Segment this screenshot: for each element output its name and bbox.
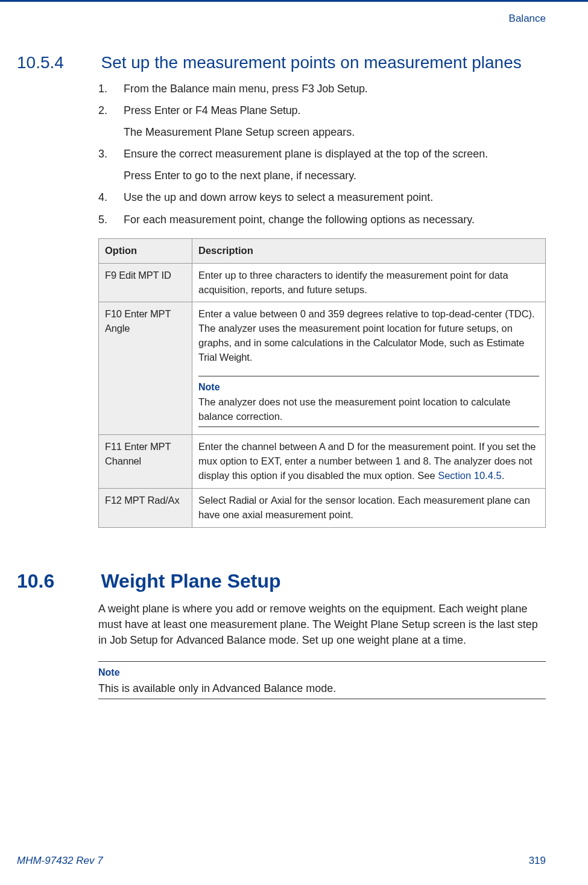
section-title: Weight Plane Setup [101, 570, 280, 592]
note: Note The analyzer does not use the measu… [198, 376, 539, 427]
step-text: Ensure the correct measurement plane is … [124, 148, 488, 160]
table-row: F9 Edit MPT ID Enter up to three charact… [99, 263, 546, 302]
option-desc: Enter the channel between A and D for th… [192, 435, 546, 489]
desc-text: Select [198, 495, 229, 506]
cross-reference-link[interactable]: Section 10.4.5 [438, 470, 502, 481]
step-result: The Measurement Plane Setup screen appea… [124, 124, 546, 140]
section-number: 10.6 [17, 570, 98, 592]
table-row: F10 Enter MPT Angle Enter a value betwee… [99, 302, 546, 435]
option-desc: Enter a value between 0 and 359 degrees … [192, 302, 546, 435]
ui-key: F4 Meas Plane Setup [195, 104, 297, 116]
section-number: 10.5.4 [17, 53, 98, 72]
section-title: Set up the measurement points on measure… [101, 53, 521, 72]
step-text: Press [124, 170, 154, 182]
option-name: F11 Enter MPT Channel [99, 435, 192, 489]
section-heading-10-5-4: 10.5.4 Set up the measurement points on … [17, 53, 546, 72]
ui-key: Enter [154, 104, 180, 116]
ui-term: Radial [229, 495, 256, 506]
option-name: F12 MPT Rad/Ax [99, 488, 192, 527]
step-text: For each measurement point, change the f… [124, 214, 475, 226]
note-rule [98, 699, 546, 699]
step-2: Press Enter or F4 Meas Plane Setup. The … [98, 103, 546, 140]
note-rule [98, 661, 546, 662]
option-name: F10 Enter MPT Angle [99, 302, 192, 435]
step-text: or [180, 104, 195, 116]
procedure-steps: From the Balance main menu, press F3 Job… [98, 81, 546, 227]
footer-doc-id: MHM-97432 Rev 7 [17, 855, 103, 867]
option-desc: Enter up to three characters to identify… [192, 263, 546, 302]
note-text: The analyzer does not use the measuremen… [198, 395, 539, 424]
ui-term: Advanced [176, 634, 223, 646]
step-text: . [297, 104, 300, 116]
section-body: A weight plane is where you add or remov… [98, 601, 546, 700]
ui-term: Calculator Mode [373, 337, 444, 348]
table-row: F11 Enter MPT Channel Enter the channel … [99, 435, 546, 489]
col-description: Description [192, 238, 546, 263]
col-option: Option [99, 238, 192, 263]
step-4: Use the up and down arrow keys to select… [98, 189, 546, 205]
step-text: From the Balance main menu, press [124, 83, 302, 95]
desc-text: . [502, 470, 505, 481]
step-5: For each measurement point, change the f… [98, 212, 546, 227]
note-text: This is available only in Advanced Balan… [98, 680, 546, 696]
ui-term: Axial [271, 495, 292, 506]
desc-text: or [256, 495, 271, 506]
desc-text: , such as [444, 337, 487, 348]
ui-key: Enter [154, 170, 180, 182]
desc-text: . [250, 352, 253, 363]
para-text: Balance mode. Set up one weight plane at… [224, 634, 466, 646]
header-chapter: Balance [509, 13, 546, 25]
ui-key: F3 Job Setup [302, 83, 365, 95]
note-label: Note [198, 380, 539, 394]
note-rule [198, 376, 539, 376]
footer-page-number: 319 [529, 855, 546, 867]
note-label: Note [98, 665, 546, 679]
section-heading-10-6: 10.6 Weight Plane Setup [17, 570, 546, 592]
step-text: . [365, 83, 368, 95]
note: Note This is available only in Advanced … [98, 661, 546, 699]
step-text: Use the up and down arrow keys to select… [124, 191, 433, 203]
ui-term: Job Setup [110, 634, 157, 646]
option-desc: Select Radial or Axial for the sensor lo… [192, 488, 546, 527]
note-rule [198, 427, 539, 427]
paragraph: A weight plane is where you add or remov… [98, 601, 546, 648]
step-text: to go to the next plane, if necessary. [180, 170, 356, 182]
para-text: for [157, 634, 176, 646]
option-name: F9 Edit MPT ID [99, 263, 192, 302]
step-text: Press [124, 104, 154, 116]
step-1: From the Balance main menu, press F3 Job… [98, 81, 546, 97]
step-sub: Press Enter to go to the next plane, if … [124, 168, 546, 183]
table-row: F12 MPT Rad/Ax Select Radial or Axial fo… [99, 488, 546, 527]
step-3: Ensure the correct measurement plane is … [98, 146, 546, 183]
options-table: Option Description F9 Edit MPT ID Enter … [98, 238, 546, 528]
